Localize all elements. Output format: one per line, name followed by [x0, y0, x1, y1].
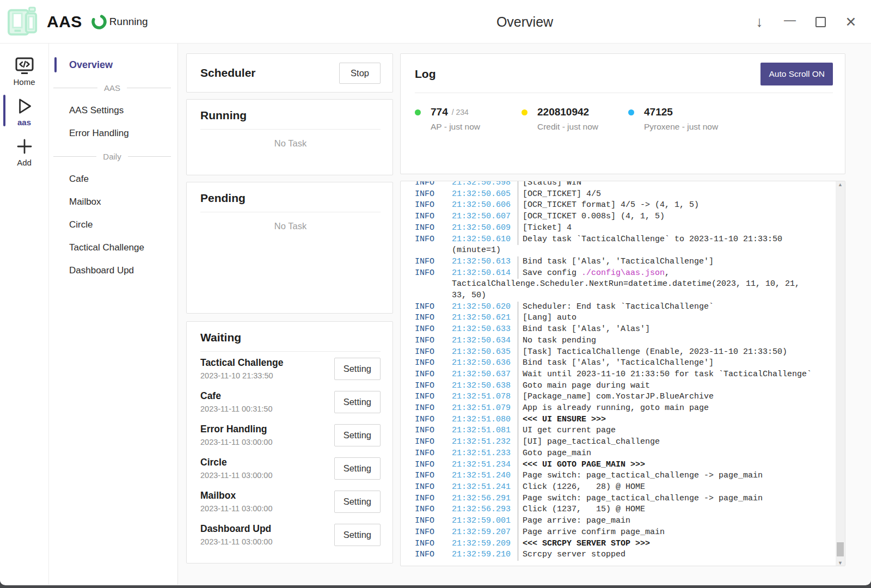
- log-timestamp: 21:32:50.635: [452, 347, 513, 358]
- log-level: INFO: [415, 313, 452, 324]
- log-separator: [518, 482, 518, 493]
- rail-item-label: Add: [17, 158, 32, 167]
- titlebar: AAS Running Overview ↓ — ✕: [0, 0, 871, 44]
- stat-dot-icon: [628, 109, 634, 115]
- stat-value: 47125: [644, 106, 673, 118]
- log-message: [Task] TacticalChallenge (Enable, 2023-1…: [523, 347, 832, 358]
- sidebar-nav: OverviewAASAAS SettingsError HandlingDai…: [49, 44, 178, 585]
- log-separator: [518, 256, 518, 268]
- log-message: [Ticket] 4: [523, 223, 832, 234]
- log-line: INFO21:32:50.605[OCR_TICKET] 4/5: [401, 189, 832, 200]
- log-line: INFO21:32:50.621[Lang] auto: [401, 313, 832, 324]
- rail-item-aas[interactable]: aas: [0, 96, 48, 136]
- stat-ap: 774/ 234AP - just now: [415, 106, 522, 132]
- log-panel-header: Log Auto Scroll ON: [415, 63, 833, 85]
- log-separator: [518, 414, 518, 426]
- log-timestamp: 21:32:51.081: [452, 425, 513, 437]
- window-controls: ↓ — ✕: [751, 0, 859, 44]
- setting-button-mailbox[interactable]: Setting: [334, 491, 381, 513]
- sidebar-item-cafe[interactable]: Cafe: [49, 170, 177, 188]
- log-level: INFO: [415, 358, 452, 369]
- log-message: Delay task `TacticalChallenge` to 2023-1…: [523, 234, 832, 246]
- log-timestamp: 21:32:59.001: [452, 516, 513, 527]
- close-icon[interactable]: ✕: [843, 13, 859, 31]
- log-message: [OCR_TICKET] 4/5: [523, 189, 832, 200]
- log-timestamp: 21:32:50.620: [452, 302, 513, 313]
- auto-scroll-button[interactable]: Auto Scroll ON: [760, 63, 833, 85]
- setting-button-dashboard-upd[interactable]: Setting: [334, 524, 381, 546]
- log-line-continuation: (minute=1): [401, 245, 832, 256]
- sidebar-item-mailbox[interactable]: Mailbox: [49, 193, 177, 211]
- sidebar-item-overview[interactable]: Overview: [49, 56, 177, 74]
- log-output-box: INFO21:32:50.598[Status] WININFO21:32:50…: [400, 181, 845, 566]
- play-icon: [15, 96, 34, 117]
- stat-label: Pyroxene - just now: [644, 122, 735, 132]
- log-line-continuation: 33, 50): [401, 290, 832, 302]
- log-timestamp: 21:32:51.240: [452, 470, 513, 482]
- scrollbar-thumb[interactable]: [837, 542, 844, 556]
- setting-button-tactical-challenge[interactable]: Setting: [334, 358, 381, 380]
- log-line: INFO21:32:50.609[Ticket] 4: [401, 223, 832, 234]
- sidebar-section-divider-aas: AAS: [53, 78, 171, 97]
- log-message: <<< SCRCPY SERVER STOP >>>: [523, 538, 832, 550]
- scroll-up-arrow-icon[interactable]: ▲: [836, 182, 845, 187]
- stop-button[interactable]: Stop: [339, 63, 381, 84]
- log-timestamp: 21:32:50.636: [452, 358, 513, 369]
- rail-item-home[interactable]: Home: [0, 56, 48, 96]
- maximize-icon[interactable]: [812, 13, 829, 31]
- log-message: Bind task ['Alas', 'TacticalChallenge']: [523, 256, 832, 268]
- log-scrollbar[interactable]: ▲ ▼: [836, 181, 845, 566]
- log-message-continuation: 33, 50): [452, 290, 832, 302]
- download-icon[interactable]: ↓: [751, 13, 768, 31]
- log-timestamp: 21:32:50.613: [452, 256, 513, 268]
- log-line: INFO21:32:50.636Bind task ['Alas', 'Tact…: [401, 358, 832, 369]
- log-level: INFO: [415, 460, 452, 471]
- log-line: INFO21:32:59.207Page arrive confirm page…: [401, 527, 832, 538]
- log-separator: [518, 538, 518, 550]
- log-timestamp: 21:32:51.078: [452, 391, 513, 403]
- waiting-task-row-cafe: Cafe2023-11-11 00:31:50Setting: [200, 385, 381, 418]
- waiting-task-time: 2023-11-11 00:31:50: [200, 405, 273, 413]
- log-line: INFO21:32:50.620Scheduler: End task `Tac…: [401, 302, 832, 313]
- stat-value: 774: [431, 106, 448, 118]
- setting-button-cafe[interactable]: Setting: [334, 391, 381, 413]
- log-separator: [518, 425, 518, 437]
- log-separator: [518, 437, 518, 448]
- rail-item-add[interactable]: Add: [0, 136, 48, 176]
- log-title: Log: [415, 68, 436, 81]
- waiting-task-row-tactical-challenge: Tactical Challenge2023-11-10 21:33:50Set…: [200, 352, 381, 385]
- log-message: UI get current page: [523, 425, 832, 437]
- log-separator: [518, 335, 518, 347]
- setting-button-error-handling[interactable]: Setting: [334, 424, 381, 446]
- log-separator: [518, 403, 518, 414]
- log-level: INFO: [415, 268, 452, 279]
- sidebar-item-aas-settings[interactable]: AAS Settings: [49, 101, 177, 120]
- log-level: INFO: [415, 425, 452, 437]
- log-separator: [518, 347, 518, 358]
- sidebar-item-tactical-challenge[interactable]: Tactical Challenge: [49, 238, 177, 257]
- log-separator: [518, 381, 518, 392]
- log-column: Log Auto Scroll ON 774/ 234AP - just now…: [400, 53, 845, 566]
- sidebar-item-dashboard-upd[interactable]: Dashboard Upd: [49, 261, 177, 280]
- log-timestamp: 21:32:50.607: [452, 211, 513, 223]
- sidebar-item-error-handling[interactable]: Error Handling: [49, 124, 177, 143]
- minimize-icon[interactable]: —: [782, 11, 798, 29]
- log-timestamp: 21:32:51.232: [452, 437, 513, 448]
- waiting-task-name: Mailbox: [200, 490, 273, 501]
- log-message: Page switch: page_tactical_challenge -> …: [523, 470, 832, 482]
- log-level: INFO: [415, 538, 452, 550]
- log-line: INFO21:32:59.210Scrcpy server stopped: [401, 549, 832, 561]
- log-line: INFO21:32:50.633Bind task ['Alas', 'Alas…: [401, 324, 832, 335]
- log-message-continuation: TacticalChallenge.Scheduler.NextRun=date…: [452, 279, 832, 290]
- setting-button-circle[interactable]: Setting: [334, 457, 381, 480]
- log-message: [Package_name] com.YostarJP.BlueArchive: [523, 391, 832, 403]
- running-title: Running: [200, 109, 247, 121]
- sidebar-item-circle[interactable]: Circle: [49, 216, 177, 234]
- log-level: INFO: [415, 347, 452, 358]
- pending-title: Pending: [200, 192, 246, 204]
- sidebar-section-label: Daily: [96, 152, 127, 161]
- waiting-task-name: Circle: [200, 457, 273, 468]
- log-level: INFO: [415, 381, 452, 392]
- scroll-down-arrow-icon[interactable]: ▼: [836, 560, 845, 566]
- log-level: INFO: [415, 549, 452, 561]
